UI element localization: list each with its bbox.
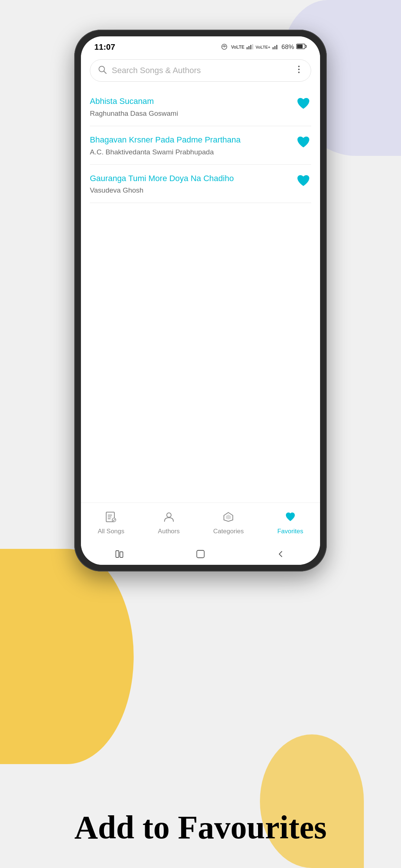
authors-icon — [163, 511, 175, 525]
bottom-nav: All Songs Authors — [81, 502, 320, 545]
search-input-placeholder[interactable]: Search Songs & Authors — [112, 66, 290, 75]
categories-icon — [222, 511, 234, 525]
bg-decoration-bottom-right — [260, 734, 364, 868]
favorites-icon — [284, 511, 296, 525]
favorites-label: Favorites — [277, 528, 303, 535]
bars2-icon — [273, 44, 279, 50]
song-item-2[interactable]: Bhagavan Krsner Pada Padme PrarthanaA.C.… — [90, 126, 311, 165]
favorite-heart-2[interactable] — [296, 134, 311, 150]
svg-point-13 — [298, 69, 300, 70]
svg-rect-7 — [274, 46, 276, 49]
android-home-button[interactable] — [191, 549, 210, 559]
song-info-1: Abhista SucanamRaghunatha Dasa Goswami — [90, 96, 296, 118]
favorite-heart-1[interactable] — [296, 96, 311, 111]
svg-rect-25 — [197, 550, 204, 558]
svg-rect-3 — [248, 46, 250, 49]
bg-decoration-bottom-left — [0, 549, 134, 764]
all-songs-icon — [105, 511, 117, 525]
battery-icon — [296, 43, 307, 51]
svg-rect-18 — [108, 518, 111, 519]
lte-icon: VoLTE+ — [255, 45, 270, 49]
android-nav-bar — [81, 545, 320, 565]
svg-rect-16 — [108, 515, 112, 515]
song-author-3: Vasudeva Ghosh — [90, 186, 290, 194]
android-recents-button[interactable] — [111, 549, 130, 559]
status-bar: 11:07 VoLTE — [81, 36, 320, 55]
song-author-2: A.C. Bhaktivedanta Swami Prabhupada — [90, 148, 290, 156]
authors-label: Authors — [158, 528, 180, 535]
song-title-1[interactable]: Abhista Sucanam — [90, 96, 290, 107]
nav-item-all-songs[interactable]: All Songs — [90, 509, 132, 537]
more-options-icon[interactable] — [294, 65, 303, 76]
svg-point-20 — [167, 513, 171, 517]
network-icon: VoLTE — [231, 45, 244, 50]
song-author-1: Raghunatha Dasa Goswami — [90, 109, 290, 118]
cta-text: Add to Favourites — [0, 810, 401, 846]
signal-icon — [220, 43, 229, 51]
status-icons: VoLTE VoLTE+ — [220, 43, 307, 51]
svg-rect-17 — [108, 517, 111, 517]
phone-frame: 11:07 VoLTE — [74, 30, 327, 571]
search-bar[interactable]: Search Songs & Authors — [90, 59, 311, 82]
svg-rect-5 — [252, 44, 253, 49]
svg-rect-23 — [116, 551, 119, 557]
svg-rect-2 — [247, 47, 248, 49]
song-info-3: Gauranga Tumi More Doya Na ChadihoVasude… — [90, 173, 296, 195]
phone-screen: 11:07 VoLTE — [81, 36, 320, 565]
song-list: Abhista SucanamRaghunatha Dasa Goswami B… — [81, 88, 320, 502]
svg-point-1 — [224, 46, 225, 47]
song-info-2: Bhagavan Krsner Pada Padme PrarthanaA.C.… — [90, 134, 296, 156]
song-title-2[interactable]: Bhagavan Krsner Pada Padme Prarthana — [90, 134, 290, 146]
nav-item-favorites[interactable]: Favorites — [270, 509, 311, 537]
search-icon — [98, 65, 107, 76]
phone-wrapper: 11:07 VoLTE — [74, 30, 327, 571]
svg-point-12 — [298, 66, 300, 67]
svg-rect-10 — [297, 45, 303, 48]
nav-item-categories[interactable]: Categories — [206, 509, 251, 537]
svg-rect-6 — [273, 47, 274, 49]
svg-rect-4 — [250, 45, 251, 49]
song-item-3[interactable]: Gauranga Tumi More Doya Na ChadihoVasude… — [90, 165, 311, 203]
battery-text: 68% — [281, 43, 294, 51]
nav-item-authors[interactable]: Authors — [150, 509, 187, 537]
bars-icon — [247, 44, 253, 50]
song-title-3[interactable]: Gauranga Tumi More Doya Na Chadiho — [90, 173, 290, 184]
categories-label: Categories — [213, 528, 244, 535]
song-item-1[interactable]: Abhista SucanamRaghunatha Dasa Goswami — [90, 88, 311, 126]
status-time: 11:07 — [94, 42, 115, 52]
cta-section: Add to Favourites — [0, 810, 401, 846]
search-container: Search Songs & Authors — [81, 55, 320, 88]
svg-rect-8 — [276, 45, 277, 49]
svg-point-14 — [298, 72, 300, 73]
all-songs-label: All Songs — [98, 528, 124, 535]
android-back-button[interactable] — [271, 549, 290, 559]
favorite-heart-3[interactable] — [296, 173, 311, 189]
svg-marker-22 — [226, 515, 231, 519]
svg-rect-24 — [120, 552, 123, 557]
